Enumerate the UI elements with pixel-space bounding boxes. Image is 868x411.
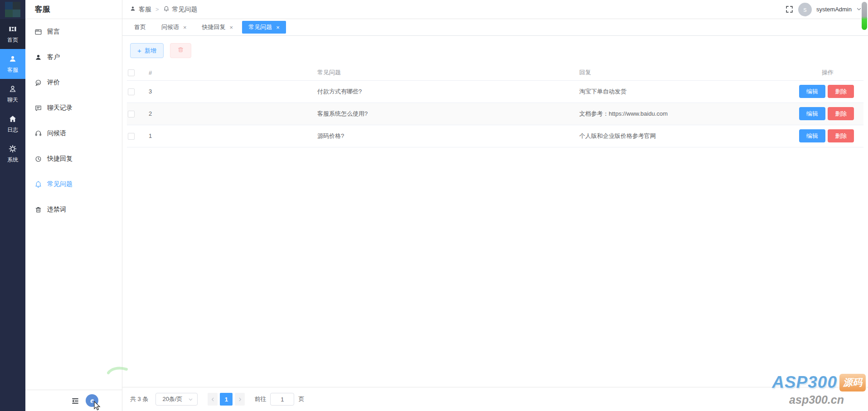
prev-page-button[interactable] (208, 393, 218, 406)
bell-icon (163, 5, 170, 13)
breadcrumb-item-service[interactable]: 客服 (130, 5, 151, 14)
chevron-right-icon (238, 397, 242, 402)
top-bar: 客服 > 常见问题 s systemAdmin (122, 0, 868, 19)
chevron-down-icon (188, 397, 193, 402)
close-icon[interactable]: × (230, 24, 233, 30)
next-page-button[interactable] (235, 393, 245, 406)
app-window: 首页 客服 聊天 日志 系统 客服 (0, 0, 868, 411)
sidebar-item-chat-history[interactable]: 聊天记录 (25, 95, 122, 121)
sidebar-item-faq[interactable]: 常见问题 (25, 171, 122, 197)
user-name[interactable]: systemAdmin (816, 6, 852, 13)
cell-index: 3 (148, 80, 313, 103)
cell-question: 付款方式有哪些? (313, 80, 575, 103)
delete-button[interactable]: 删除 (828, 85, 854, 98)
goto-page-input[interactable] (270, 393, 294, 406)
headset-icon (34, 130, 42, 137)
table-row: 2 客服系统怎么使用? 文档参考：https://www.baidu.com 编… (127, 103, 863, 125)
add-button-label: 新增 (145, 47, 156, 55)
tab-greetings[interactable]: 问候语 × (155, 21, 193, 34)
batch-delete-button[interactable] (170, 43, 191, 58)
main-area: 客服 > 常见问题 s systemAdmin (122, 0, 868, 411)
rail-item-label: 首页 (7, 36, 18, 44)
message-board-icon (34, 28, 42, 36)
sidebar-item-quick-replies[interactable]: 快捷回复 (25, 146, 122, 171)
cell-reply: 文档参考：https://www.baidu.com (575, 103, 795, 125)
tab-faq[interactable]: 常见问题 × (242, 21, 286, 34)
trash-icon (177, 46, 184, 55)
logo-quadrant (13, 10, 20, 17)
sidebar-item-label: 快捷回复 (47, 155, 73, 163)
goto-label: 前往 (254, 395, 266, 403)
row-checkbox[interactable] (128, 111, 135, 117)
row-checkbox[interactable] (128, 88, 135, 95)
sidebar-item-banned-words[interactable]: 违禁词 (25, 197, 122, 222)
toolbar: + 新增 (130, 43, 868, 58)
close-icon[interactable]: × (276, 24, 280, 30)
user-outline-icon (8, 84, 17, 93)
scrollbar-thumb[interactable] (862, 2, 867, 30)
chevron-down-icon[interactable] (856, 5, 862, 14)
column-header-reply: 回复 (575, 65, 795, 80)
pagination-bar: 共 3 条 20条/页 1 前往 页 (122, 387, 868, 411)
plus-icon: + (137, 47, 141, 54)
tab-home[interactable]: 首页 (128, 21, 152, 34)
user-icon (8, 54, 17, 64)
rail-item-service[interactable]: 客服 (0, 49, 25, 79)
cell-index: 1 (148, 125, 313, 147)
sidebar-item-label: 评价 (47, 78, 60, 87)
sidebar-item-label: 留言 (47, 28, 60, 36)
collapse-sidebar-icon[interactable] (71, 396, 80, 406)
select-all-checkbox[interactable] (128, 69, 135, 76)
tab-quick-replies[interactable]: 快捷回复 × (196, 21, 240, 34)
edit-button[interactable]: 编辑 (799, 85, 825, 98)
column-header-index: # (148, 65, 313, 80)
edit-button[interactable]: 编辑 (799, 129, 825, 142)
table-row: 1 源码价格? 个人版和企业版价格参考官网 编辑 删除 (127, 125, 863, 147)
user-icon (130, 5, 136, 13)
sidebar-item-label: 问候语 (47, 129, 66, 137)
sidebar-item-reviews[interactable]: 评价 (25, 70, 122, 95)
rail-item-system[interactable]: 系统 (0, 139, 25, 169)
sidebar-item-customers[interactable]: 客户 (25, 44, 122, 70)
app-logo (5, 2, 20, 17)
rail-item-label: 聊天 (7, 96, 18, 104)
rail-item-log[interactable]: 日志 (0, 109, 25, 139)
row-checkbox[interactable] (128, 133, 135, 140)
sidebar-item-greetings[interactable]: 问候语 (25, 121, 122, 146)
page-unit-label: 页 (298, 395, 304, 403)
column-header-actions: 操作 (795, 65, 863, 80)
fullscreen-icon[interactable] (785, 5, 794, 14)
tab-label: 首页 (134, 23, 146, 31)
pagination-total: 共 3 条 (130, 395, 148, 403)
page-number-button[interactable]: 1 (220, 393, 233, 406)
sidebar-item-label: 常见问题 (47, 180, 73, 188)
edit-button[interactable]: 编辑 (799, 107, 825, 120)
cell-question: 客服系统怎么使用? (313, 103, 575, 125)
table-row: 3 付款方式有哪些? 淘宝下单自动发货 编辑 删除 (127, 80, 863, 103)
trash-icon (34, 206, 42, 214)
logo-quadrant (13, 2, 20, 10)
user-avatar[interactable]: s (798, 3, 812, 16)
rail-item-home[interactable]: 首页 (0, 19, 25, 49)
delete-button[interactable]: 删除 (828, 129, 854, 142)
browser-e-logo[interactable]: e (86, 394, 98, 407)
close-icon[interactable]: × (183, 24, 187, 30)
breadcrumb-item-faq: 常见问题 (163, 5, 198, 14)
home-icon (8, 114, 17, 123)
tab-label: 问候语 (161, 23, 179, 31)
sidebar-title: 客服 (25, 0, 122, 19)
rail-item-chat[interactable]: 聊天 (0, 79, 25, 109)
delete-button[interactable]: 删除 (828, 107, 854, 120)
breadcrumb-label: 客服 (139, 5, 151, 14)
secondary-sidebar: 客服 留言 客户 评价 (25, 0, 122, 411)
page-size-select[interactable]: 20条/页 (155, 393, 198, 406)
breadcrumb: 客服 > 常见问题 (130, 5, 198, 14)
clock-icon (34, 155, 42, 163)
user-filled-icon (34, 54, 42, 61)
smiley-bubble-icon (34, 79, 42, 87)
tab-label: 常见问题 (248, 23, 272, 31)
sidebar-item-messages[interactable]: 留言 (25, 19, 122, 44)
logo-quadrant (5, 10, 13, 17)
logo-quadrant (5, 2, 13, 10)
add-button[interactable]: + 新增 (130, 43, 164, 58)
